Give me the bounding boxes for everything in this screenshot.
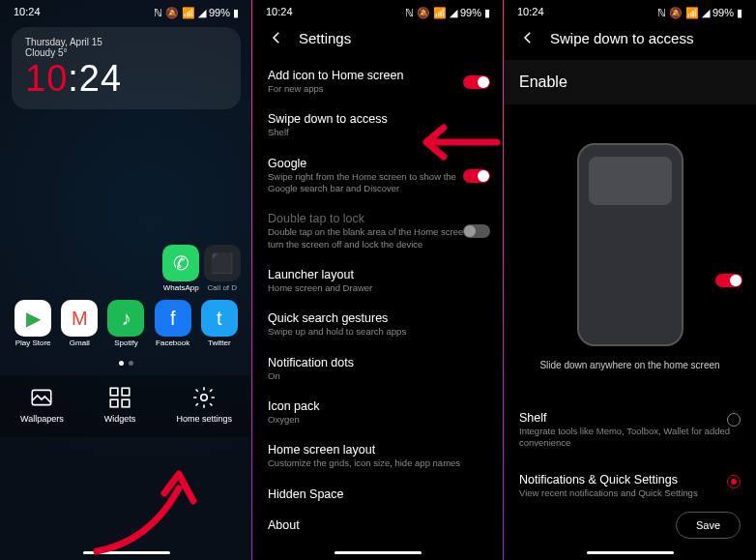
settings-list: Add icon to Home screenFor new appsSwipe…: [252, 60, 504, 541]
option-notifications[interactable]: Notifications & Quick Settings View rece…: [504, 461, 756, 511]
app-cod[interactable]: ⬛Call of D: [201, 245, 243, 292]
setting-row[interactable]: GoogleSwipe right from the Home screen t…: [252, 148, 504, 204]
home-screen: 10:24 ℕ 🔕 📶 ◢ 99% ▮ Thursday, April 15 C…: [0, 0, 252, 560]
setting-subtitle: Customize the grids, icon size, hide app…: [268, 457, 488, 469]
setting-toggle[interactable]: [463, 224, 490, 238]
enable-toggle[interactable]: [715, 274, 742, 287]
setting-title: Home screen layout: [268, 443, 488, 457]
app-facebook[interactable]: fFacebook: [151, 300, 195, 347]
setting-title: Launcher layout: [268, 268, 488, 281]
app-twitter[interactable]: tTwitter: [197, 300, 242, 347]
settings-header: Settings: [252, 19, 504, 60]
facebook-icon: f: [155, 300, 191, 337]
setting-subtitle: Swipe up and hold to search apps: [268, 326, 488, 338]
setting-toggle[interactable]: [463, 75, 490, 89]
setting-subtitle: On: [268, 370, 488, 382]
setting-row[interactable]: Double tap to lockDouble tap on the blan…: [252, 203, 504, 259]
setting-title: Hidden Space: [268, 487, 488, 501]
svg-rect-3: [110, 399, 118, 407]
annotation-arrow-1: [82, 455, 218, 560]
app-playstore[interactable]: ▶Play Store: [11, 300, 55, 347]
clock-widget[interactable]: Thursday, April 15 Cloudy 5° 10:24: [12, 27, 241, 109]
svg-rect-2: [122, 388, 130, 396]
setting-row[interactable]: Add icon to Home screenFor new apps: [252, 60, 504, 103]
setting-row[interactable]: Launcher layoutHome screen and Drawer: [252, 259, 504, 303]
clock-min: 24: [79, 58, 122, 99]
status-bar: 10:24 ℕ 🔕 📶 ◢ 99% ▮: [0, 0, 252, 19]
playstore-icon: ▶: [15, 300, 51, 337]
status-bar: 10:24 ℕ🔕📶◢99%▮: [504, 0, 756, 19]
nav-bar[interactable]: [587, 551, 674, 554]
phone-illustration: [577, 143, 683, 346]
mute-icon: 🔕: [165, 7, 179, 17]
setting-subtitle: Home screen and Drawer: [268, 282, 488, 294]
spotify-icon: ♪: [107, 300, 144, 337]
app-spotify[interactable]: ♪Spotify: [103, 300, 148, 347]
page-indicator: [0, 361, 252, 366]
setting-row[interactable]: Icon packOxygen: [252, 391, 504, 434]
status-icons: ℕ🔕📶◢99%▮: [405, 7, 490, 17]
widgets-button[interactable]: Widgets: [104, 385, 136, 424]
app-gmail[interactable]: MGmail: [57, 300, 102, 347]
setting-row[interactable]: Hidden Space: [252, 479, 504, 510]
settings-screen: 10:24 ℕ🔕📶◢99%▮ Settings Add icon to Home…: [252, 0, 504, 560]
save-button[interactable]: Save: [676, 512, 741, 539]
setting-subtitle: Swipe right from the Home screen to show…: [268, 171, 488, 195]
wifi-icon: 📶: [433, 7, 447, 17]
setting-title: Notification dots: [268, 356, 488, 369]
mute-icon: 🔕: [669, 7, 683, 17]
status-bar: 10:24 ℕ🔕📶◢99%▮: [252, 0, 504, 19]
nfc-icon: ℕ: [154, 7, 162, 17]
setting-subtitle: For new apps: [268, 83, 488, 95]
back-icon[interactable]: [519, 29, 537, 46]
option-shelf[interactable]: Shelf Integrate tools like Memo, Toolbox…: [504, 399, 756, 461]
setting-row[interactable]: Notification dotsOn: [252, 347, 504, 391]
nfc-icon: ℕ: [405, 7, 414, 17]
twitter-icon: t: [201, 300, 238, 337]
svg-rect-1: [110, 388, 118, 396]
setting-title: Google: [268, 157, 488, 170]
home-settings-button[interactable]: Home settings: [176, 385, 232, 424]
setting-row[interactable]: Quick search gesturesSwipe up and hold t…: [252, 303, 504, 346]
back-icon[interactable]: [268, 29, 285, 46]
battery-pct: 99%: [209, 7, 230, 17]
setting-toggle[interactable]: [463, 169, 490, 183]
radio-notifications[interactable]: [727, 475, 741, 488]
enable-label: Enable: [519, 74, 567, 91]
status-icons: ℕ🔕📶◢99%▮: [657, 7, 742, 17]
nav-bar[interactable]: [334, 551, 422, 554]
widget-weather: Cloudy 5°: [25, 47, 227, 58]
setting-title: Double tap to lock: [268, 212, 488, 225]
battery-icon: ▮: [233, 7, 239, 17]
setting-title: About: [268, 518, 488, 532]
clock-hour: 10: [25, 58, 68, 99]
setting-row[interactable]: Home screen layoutCustomize the grids, i…: [252, 434, 504, 478]
battery-pct: 99%: [712, 7, 734, 17]
signal-icon: ◢: [450, 7, 457, 17]
wallpaper-icon: [29, 385, 54, 410]
app-whatsapp[interactable]: ✆WhatsApp: [160, 245, 202, 292]
battery-pct: 99%: [460, 7, 481, 17]
svg-point-5: [201, 395, 208, 401]
enable-row[interactable]: Enable: [504, 60, 756, 104]
setting-title: Quick search gestures: [268, 311, 488, 325]
battery-icon: ▮: [484, 7, 490, 17]
setting-subtitle: Oxygen: [268, 414, 488, 426]
status-time: 10:24: [14, 6, 41, 17]
wallpapers-button[interactable]: Wallpapers: [20, 385, 64, 424]
page-title: Swipe down to access: [550, 30, 693, 46]
setting-row[interactable]: About: [252, 510, 504, 541]
setting-title: Icon pack: [268, 399, 488, 413]
status-time: 10:24: [266, 6, 293, 17]
illustration-caption: Slide down anywhere on the home screen: [504, 360, 756, 370]
nav-bar[interactable]: [83, 551, 170, 554]
status-time: 10:24: [517, 6, 544, 17]
wifi-icon: 📶: [182, 7, 195, 17]
whatsapp-icon: ✆: [162, 245, 199, 281]
nfc-icon: ℕ: [657, 7, 666, 17]
radio-shelf[interactable]: [727, 413, 741, 427]
launcher-options: Wallpapers Widgets Home settings: [0, 375, 252, 437]
wifi-icon: 📶: [685, 7, 699, 17]
setting-row[interactable]: Swipe down to accessShelf: [252, 103, 504, 147]
setting-subtitle: Shelf: [268, 127, 488, 138]
